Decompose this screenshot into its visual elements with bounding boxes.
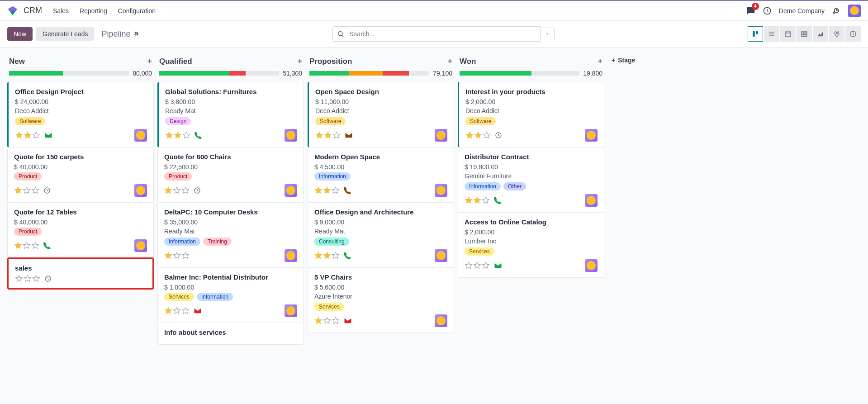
view-activity-button[interactable] bbox=[845, 26, 861, 42]
activities-clock-icon[interactable] bbox=[763, 6, 772, 15]
card-activity-icon[interactable] bbox=[344, 317, 352, 325]
card-activity-icon[interactable] bbox=[44, 131, 52, 139]
new-button[interactable]: New bbox=[7, 27, 33, 41]
kanban-card[interactable]: Global Solutions: Furnitures$ 3,800.00Re… bbox=[157, 82, 304, 147]
card-avatar[interactable] bbox=[285, 304, 297, 317]
kanban-card[interactable]: Interest in your products$ 2,000.00Deco … bbox=[458, 82, 604, 147]
kanban-card[interactable]: Quote for 150 carpets$ 40,000.00Product bbox=[7, 147, 154, 203]
kanban-card[interactable]: Access to Online Catalog$ 2,000.00Lumber… bbox=[458, 212, 604, 278]
kanban-card[interactable]: Modern Open Space$ 4,500.00Information bbox=[308, 147, 454, 203]
column-add-button[interactable]: + bbox=[147, 57, 152, 66]
kanban-card[interactable]: DeltaPC: 10 Computer Desks$ 35,000.00Rea… bbox=[157, 202, 304, 268]
card-activity-icon[interactable] bbox=[494, 197, 501, 204]
kanban-card[interactable]: Quote for 600 Chairs$ 22,500.00Product bbox=[157, 147, 304, 203]
app-title[interactable]: CRM bbox=[24, 6, 42, 15]
column-add-button[interactable]: + bbox=[297, 57, 302, 66]
card-priority-stars[interactable] bbox=[165, 131, 202, 139]
add-stage-button[interactable]: + Stage bbox=[612, 57, 650, 64]
card-avatar[interactable] bbox=[285, 249, 297, 262]
card-avatar[interactable] bbox=[435, 249, 447, 262]
card-activity-icon[interactable] bbox=[44, 275, 52, 282]
column-title[interactable]: Won bbox=[460, 57, 476, 66]
view-map-button[interactable] bbox=[829, 26, 844, 42]
card-priority-stars[interactable] bbox=[315, 131, 353, 139]
column-title[interactable]: Proposition bbox=[309, 57, 352, 66]
nav-link-configuration[interactable]: Configuration bbox=[118, 7, 156, 14]
card-priority-stars[interactable] bbox=[15, 131, 52, 139]
card-activity-icon[interactable] bbox=[194, 132, 202, 139]
card-priority-stars[interactable] bbox=[164, 307, 202, 315]
column-add-button[interactable]: + bbox=[447, 57, 452, 66]
search-input[interactable] bbox=[332, 26, 541, 42]
nav-link-sales[interactable]: Sales bbox=[53, 7, 69, 14]
column-title[interactable]: Qualified bbox=[159, 57, 192, 66]
card-tag[interactable]: Information bbox=[197, 293, 233, 301]
gear-icon[interactable] bbox=[133, 31, 139, 37]
column-progress-bar[interactable] bbox=[159, 71, 279, 76]
column-progress-bar[interactable] bbox=[309, 71, 429, 76]
card-tag[interactable]: Information bbox=[164, 238, 200, 246]
card-avatar[interactable] bbox=[134, 184, 147, 197]
card-priority-stars[interactable] bbox=[14, 242, 51, 250]
card-tag[interactable]: Services bbox=[314, 303, 344, 311]
card-avatar[interactable] bbox=[285, 129, 297, 142]
card-tag[interactable]: Information bbox=[314, 172, 351, 181]
card-priority-stars[interactable] bbox=[314, 317, 352, 325]
card-tag[interactable]: Information bbox=[465, 182, 501, 190]
card-priority-stars[interactable] bbox=[15, 275, 52, 283]
card-avatar[interactable] bbox=[435, 129, 447, 142]
card-avatar[interactable] bbox=[435, 314, 447, 327]
column-title[interactable]: New bbox=[9, 57, 25, 66]
card-activity-icon[interactable] bbox=[43, 242, 51, 249]
card-avatar[interactable] bbox=[585, 194, 598, 207]
messages-button[interactable]: 4 bbox=[746, 6, 755, 15]
kanban-card[interactable]: 5 VP Chairs$ 5,600.00Azure InteriorServi… bbox=[308, 267, 454, 333]
nav-link-reporting[interactable]: Reporting bbox=[80, 7, 107, 14]
view-pivot-button[interactable] bbox=[797, 26, 812, 42]
card-priority-stars[interactable] bbox=[465, 196, 501, 204]
card-activity-icon[interactable] bbox=[344, 252, 351, 259]
card-avatar[interactable] bbox=[134, 129, 147, 142]
breadcrumb-pipeline[interactable]: Pipeline bbox=[101, 29, 130, 39]
card-priority-stars[interactable] bbox=[465, 131, 502, 139]
card-tag[interactable]: Product bbox=[164, 172, 192, 181]
kanban-card[interactable]: Balmer Inc: Potential Distributor$ 1,000… bbox=[157, 267, 304, 323]
card-activity-icon[interactable] bbox=[43, 187, 51, 194]
card-tag[interactable]: Services bbox=[164, 293, 194, 301]
card-tag[interactable]: Services bbox=[465, 247, 494, 256]
card-tag[interactable]: Software bbox=[315, 117, 346, 125]
card-activity-icon[interactable] bbox=[194, 187, 201, 194]
kanban-card[interactable]: Quote for 12 Tables$ 40,000.00Product bbox=[7, 202, 154, 258]
card-avatar[interactable] bbox=[285, 184, 297, 197]
card-tag[interactable]: Product bbox=[14, 172, 42, 181]
card-tag[interactable]: Consulting bbox=[314, 238, 349, 246]
view-kanban-button[interactable] bbox=[748, 26, 763, 42]
card-activity-icon[interactable] bbox=[194, 307, 202, 315]
kanban-card[interactable]: Distributor Contract$ 19,800.00Gemini Fu… bbox=[458, 147, 604, 213]
card-priority-stars[interactable] bbox=[164, 252, 190, 260]
card-tag[interactable]: Design bbox=[165, 117, 191, 125]
company-selector[interactable]: Demo Company bbox=[779, 7, 825, 14]
kanban-card[interactable]: sales bbox=[7, 257, 154, 290]
view-list-button[interactable] bbox=[764, 26, 779, 42]
card-tag[interactable]: Software bbox=[15, 117, 45, 125]
card-priority-stars[interactable] bbox=[14, 186, 51, 195]
kanban-card[interactable]: Open Space Design$ 11,000.00Deco AddictS… bbox=[308, 82, 454, 147]
card-activity-icon[interactable] bbox=[494, 261, 502, 270]
view-calendar-button[interactable] bbox=[780, 26, 796, 42]
card-avatar[interactable] bbox=[585, 259, 598, 272]
kanban-card[interactable]: Office Design Project$ 24,000.00Deco Add… bbox=[7, 82, 154, 147]
card-priority-stars[interactable] bbox=[465, 261, 502, 270]
card-avatar[interactable] bbox=[134, 239, 147, 252]
view-graph-button[interactable] bbox=[813, 26, 828, 42]
column-progress-bar[interactable] bbox=[460, 71, 579, 76]
card-activity-icon[interactable] bbox=[495, 132, 502, 139]
card-tag[interactable]: Software bbox=[465, 117, 496, 125]
kanban-card[interactable]: Info about services bbox=[157, 323, 304, 345]
card-tag[interactable]: Product bbox=[14, 228, 42, 236]
user-avatar[interactable] bbox=[848, 5, 861, 17]
card-tag[interactable]: Training bbox=[203, 238, 232, 246]
card-priority-stars[interactable] bbox=[314, 186, 351, 195]
card-avatar[interactable] bbox=[435, 184, 447, 197]
card-activity-icon[interactable] bbox=[344, 187, 351, 194]
